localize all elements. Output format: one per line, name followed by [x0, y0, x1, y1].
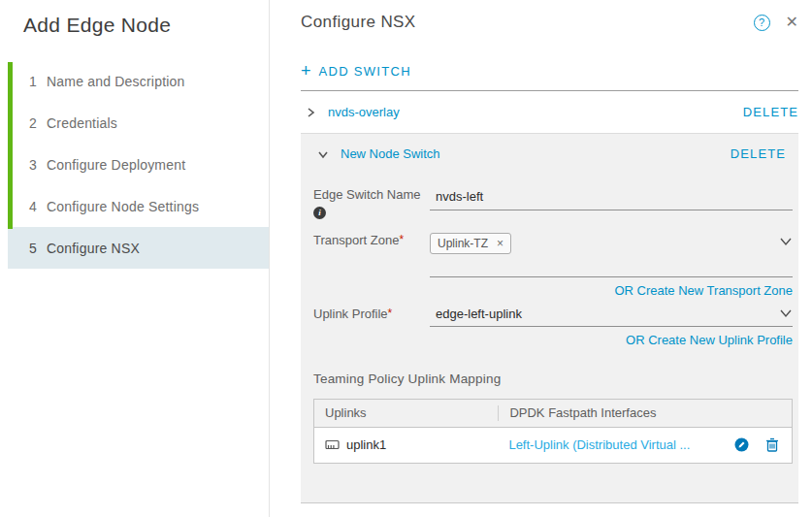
chevron-down-icon — [779, 308, 793, 318]
step-label: Configure Node Settings — [47, 199, 199, 214]
column-header-dpdk-interfaces: DPDK Fastpath Interfaces — [498, 405, 792, 421]
chevron-down-icon[interactable] — [317, 148, 329, 160]
required-marker: * — [388, 307, 393, 320]
teaming-policy-title: Teaming Policy Uplink Mapping — [313, 372, 793, 386]
edit-pencil-icon[interactable] — [734, 437, 749, 452]
uplink-profile-select[interactable]: edge-left-uplink — [430, 307, 793, 327]
close-icon[interactable]: ✕ — [786, 15, 798, 30]
uplink-name: uplink1 — [346, 437, 386, 452]
switch-name-link[interactable]: New Node Switch — [341, 146, 731, 161]
new-node-switch-panel: New Node Switch DELETE Edge Switch Name … — [301, 133, 798, 503]
step-label: Name and Description — [47, 74, 185, 89]
edge-switch-name-input[interactable]: nvds-left — [430, 187, 793, 210]
step-label: Configure NSX — [47, 241, 140, 256]
step-number: 1 — [29, 74, 47, 89]
delete-switch-button[interactable]: DELETE — [731, 146, 786, 161]
step-number: 5 — [29, 241, 47, 256]
edge-switch-name-row: Edge Switch Name i nvds-left — [313, 187, 793, 220]
transport-zone-input-line[interactable] — [430, 254, 793, 277]
step-number: 2 — [29, 115, 47, 131]
info-icon: i — [313, 207, 326, 219]
uplink-icon — [325, 438, 340, 451]
create-uplink-profile-link[interactable]: OR Create New Uplink Profile — [430, 333, 793, 347]
switch-row-new-node-switch: New Node Switch DELETE — [313, 134, 793, 174]
chip-remove-icon[interactable]: × — [497, 237, 503, 250]
switch-row-nvds-overlay: nvds-overlay DELETE — [301, 91, 798, 133]
plus-icon: + — [301, 62, 311, 80]
configure-nsx-panel: Configure NSX ? ✕ + ADD SWITCH nvds-over… — [270, 0, 812, 517]
switch-name-link[interactable]: nvds-overlay — [328, 105, 743, 119]
transport-zone-label: Transport Zone* — [313, 233, 430, 298]
panel-header: Configure NSX ? ✕ — [301, 0, 798, 32]
uplink-profile-label: Uplink Profile* — [313, 307, 430, 347]
sidebar-step-configure-nsx[interactable]: 5 Configure NSX — [8, 227, 269, 269]
chevron-right-icon[interactable] — [305, 107, 316, 118]
table-header: Uplinks DPDK Fastpath Interfaces — [314, 400, 792, 427]
progress-bar — [8, 62, 13, 229]
add-switch-button[interactable]: + ADD SWITCH — [301, 62, 798, 80]
transport-zone-combobox[interactable]: Uplink-TZ × — [430, 233, 793, 254]
sidebar-step-name-and-description[interactable]: 1 Name and Description — [0, 60, 269, 102]
sidebar-step-configure-node-settings[interactable]: 4 Configure Node Settings — [0, 185, 269, 227]
uplink-profile-row: Uplink Profile* edge-left-uplink OR Crea… — [313, 307, 793, 347]
trash-icon[interactable] — [765, 437, 779, 452]
column-header-uplinks: Uplinks — [314, 405, 498, 420]
required-marker: * — [399, 233, 404, 246]
table-row: uplink1 Left-Uplink (Distributed Virtual… — [314, 427, 792, 463]
sidebar-step-configure-deployment[interactable]: 3 Configure Deployment — [0, 144, 269, 185]
teaming-mapping-table: Uplinks DPDK Fastpath Interfaces uplink1… — [313, 399, 793, 464]
create-transport-zone-link[interactable]: OR Create New Transport Zone — [430, 283, 793, 298]
step-number: 4 — [29, 199, 47, 214]
sidebar-step-credentials[interactable]: 2 Credentials — [0, 102, 269, 144]
add-switch-label: ADD SWITCH — [319, 64, 411, 79]
wizard-title: Add Edge Node — [23, 14, 269, 37]
wizard-sidebar: Add Edge Node 1 Name and Description 2 C… — [0, 0, 270, 517]
step-label: Credentials — [47, 115, 117, 131]
step-label: Configure Deployment — [47, 157, 185, 173]
wizard-steps: 1 Name and Description 2 Credentials 3 C… — [0, 60, 269, 269]
edge-switch-name-label: Edge Switch Name i — [313, 187, 430, 220]
delete-switch-button[interactable]: DELETE — [743, 105, 798, 119]
help-icon[interactable]: ? — [754, 15, 770, 31]
transport-zone-row: Transport Zone* Uplink-TZ × OR Create Ne… — [313, 233, 793, 298]
panel-title: Configure NSX — [301, 13, 754, 32]
chevron-down-icon[interactable] — [779, 233, 793, 246]
interface-link[interactable]: Left-Uplink (Distributed Virtual ... — [508, 437, 734, 452]
transport-zone-chip: Uplink-TZ × — [430, 233, 511, 254]
step-number: 3 — [29, 157, 47, 173]
